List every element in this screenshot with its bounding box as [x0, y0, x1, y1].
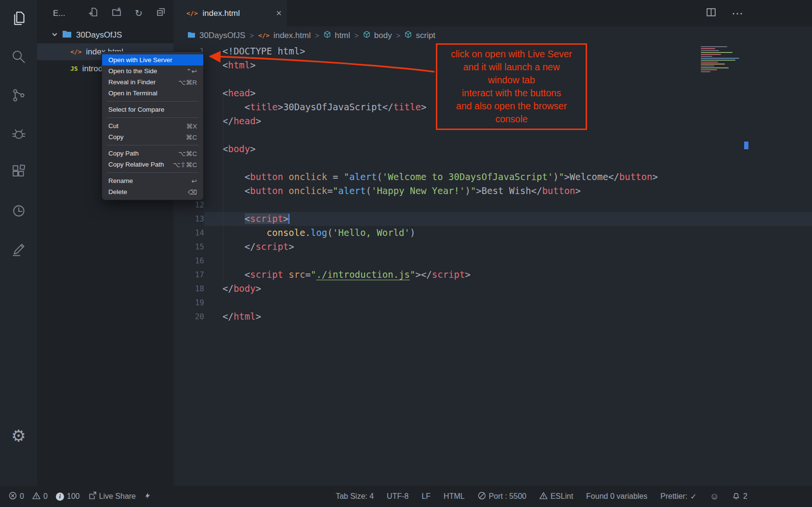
status-tab-size[interactable]: Tab Size: 4	[336, 492, 374, 501]
tree-folder-30daysofjs[interactable]: 30DaysOfJS	[37, 26, 173, 43]
editor-actions: ⋯	[706, 0, 743, 26]
breadcrumb-item-html[interactable]: html	[324, 31, 350, 40]
line-content	[204, 198, 812, 212]
code-line-14[interactable]: 14 console.log('Hello, World')	[173, 226, 812, 240]
split-editor-icon[interactable]	[706, 7, 716, 19]
status-port[interactable]: Port : 5500	[478, 492, 526, 502]
menu-item-label: Copy Relative Path	[108, 161, 164, 168]
code-line-7[interactable]: 7	[173, 128, 812, 142]
code-line-19[interactable]: 19	[173, 296, 812, 310]
status-prettier[interactable]: Prettier: ✓	[660, 492, 696, 501]
code-line-8[interactable]: 8<body>	[173, 142, 812, 156]
code-line-11[interactable]: 11 <button onclick="alert('Happy New Yea…	[173, 184, 812, 198]
new-folder-icon[interactable]	[112, 7, 121, 19]
tab-bar: </> index.html × ⋯	[173, 0, 812, 26]
live-share-label: Live Share	[99, 492, 136, 501]
line-content: </script>	[204, 240, 812, 254]
status-bolt[interactable]	[144, 492, 151, 502]
menu-item-cut[interactable]: Cut⌘X	[102, 120, 203, 131]
status-warnings[interactable]: 0	[32, 492, 48, 502]
menu-item-copy[interactable]: Copy⌘C	[102, 131, 203, 143]
status-variables[interactable]: Found 0 variables	[586, 492, 647, 501]
tab-index-html[interactable]: </> index.html ×	[173, 0, 288, 26]
code-line-9[interactable]: 9	[173, 156, 812, 170]
code-line-20[interactable]: 20</html>	[173, 310, 812, 324]
menu-item-select-for-compare[interactable]: Select for Compare	[102, 104, 203, 115]
menu-item-copy-relative-path[interactable]: Copy Relative Path⌥⇧⌘C	[102, 159, 203, 170]
line-content: <button onclick = "alert('Welcome to 30D…	[204, 170, 812, 184]
code-line-10[interactable]: 10 <button onclick = "alert('Welcome to …	[173, 170, 812, 184]
status-encoding[interactable]: UTF-8	[387, 492, 408, 501]
menu-item-label: Copy	[108, 133, 124, 141]
breadcrumb-item-file[interactable]: </> index.html	[258, 31, 311, 40]
extensions-icon	[11, 164, 27, 182]
line-content	[204, 296, 812, 310]
menu-item-rename[interactable]: Rename↩	[102, 175, 203, 186]
activity-feedback-button[interactable]	[0, 231, 37, 270]
code-line-15[interactable]: 15 </script>	[173, 240, 812, 254]
info-count: 100	[67, 492, 80, 501]
warning-count: 0	[43, 492, 48, 501]
activity-history-button[interactable]	[0, 193, 37, 231]
code-line-18[interactable]: 18</body>	[173, 282, 812, 296]
new-file-icon[interactable]	[89, 7, 98, 19]
context-menu: Open with Live ServerOpen to the Side⌃↩R…	[102, 52, 204, 200]
line-content	[204, 254, 812, 268]
annotation-box: click on open with Live Sever and it wil…	[436, 43, 587, 130]
status-language[interactable]: HTML	[444, 492, 465, 501]
breadcrumb-item-folder[interactable]: 30DaysOfJS	[187, 31, 245, 40]
breadcrumb-label: 30DaysOfJS	[199, 31, 245, 40]
activity-extensions-button[interactable]	[0, 154, 37, 193]
folder-icon	[187, 31, 196, 40]
breadcrumb-separator: >	[249, 31, 254, 39]
code-line-13[interactable]: 13 <script>	[173, 212, 812, 226]
breadcrumb-item-body[interactable]: body	[363, 31, 392, 40]
close-icon[interactable]: ×	[276, 8, 282, 19]
symbol-cube-icon	[405, 31, 412, 40]
menu-separator	[107, 101, 198, 102]
activity-explorer-button[interactable]	[0, 0, 37, 39]
menu-item-open-in-terminal[interactable]: Open in Terminal	[102, 88, 203, 99]
menu-item-label: Cut	[108, 122, 118, 130]
collapse-all-icon[interactable]	[156, 7, 166, 19]
menu-separator	[107, 145, 198, 145]
menu-item-copy-path[interactable]: Copy Path⌥⌘C	[102, 148, 203, 159]
menu-item-shortcut: ⌫	[188, 188, 197, 196]
status-eslint[interactable]: ESLint	[539, 492, 573, 502]
code-line-16[interactable]: 16	[173, 254, 812, 268]
settings-gear-button[interactable]: ⚙	[0, 416, 37, 455]
status-feedback-smiley[interactable]: ☺	[710, 491, 719, 502]
activity-source-control-button[interactable]	[0, 77, 37, 116]
status-notifications[interactable]: 2	[732, 492, 747, 502]
menu-item-reveal-in-finder[interactable]: Reveal in Finder⌥⌘R	[102, 77, 203, 88]
html-file-icon: </>	[70, 48, 81, 55]
menu-item-shortcut: ⌃↩	[186, 67, 197, 75]
activity-run-debug-button[interactable]	[0, 116, 37, 154]
menu-item-open-to-the-side[interactable]: Open to the Side⌃↩	[102, 65, 203, 77]
menu-item-open-with-live-server[interactable]: Open with Live Server	[102, 54, 203, 65]
circle-slash-icon	[478, 492, 486, 502]
line-number: 20	[173, 310, 204, 324]
scrollbar-marker[interactable]	[744, 142, 748, 149]
breadcrumb-label: body	[374, 31, 392, 40]
check-icon: ✓	[690, 492, 696, 501]
more-actions-icon[interactable]: ⋯	[732, 8, 743, 19]
line-number: 14	[173, 226, 204, 240]
code-line-12[interactable]: 12	[173, 198, 812, 212]
code-line-17[interactable]: 17 <script src="./introduction.js"></scr…	[173, 268, 812, 282]
activity-search-button[interactable]	[0, 39, 37, 77]
menu-item-label: Rename	[108, 177, 133, 184]
breadcrumb-item-script[interactable]: script	[405, 31, 435, 40]
debug-bug-icon	[11, 126, 27, 144]
line-content: </body>	[204, 282, 812, 296]
refresh-icon[interactable]: ↻	[135, 9, 143, 18]
status-live-share[interactable]: Live Share	[88, 492, 136, 502]
status-errors[interactable]: 0	[9, 492, 24, 502]
status-info[interactable]: i 100	[56, 492, 80, 501]
menu-item-delete[interactable]: Delete⌫	[102, 186, 203, 197]
status-eol[interactable]: LF	[421, 492, 431, 501]
minimap[interactable]	[701, 45, 745, 72]
line-content: <body>	[204, 142, 812, 156]
symbol-cube-icon	[324, 31, 331, 40]
menu-item-shortcut: ⌥⇧⌘C	[173, 161, 197, 169]
